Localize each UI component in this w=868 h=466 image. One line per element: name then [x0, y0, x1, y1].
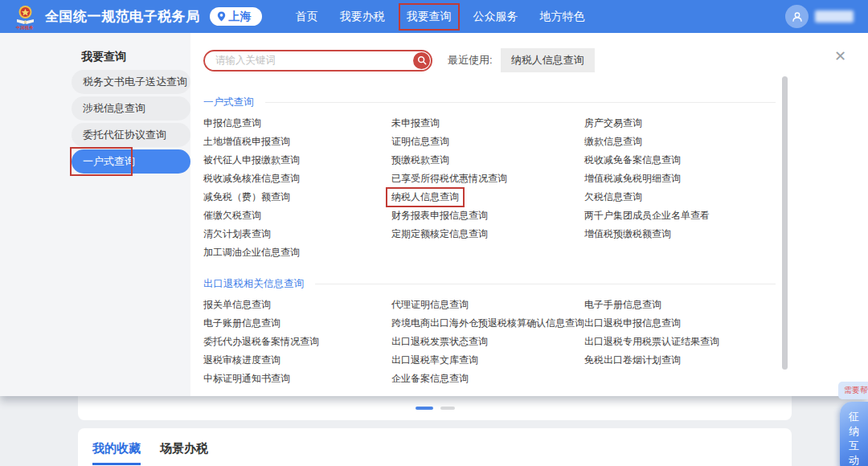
- query-link[interactable]: 电子账册信息查询: [203, 314, 280, 333]
- section-divider: [265, 102, 776, 103]
- query-link[interactable]: 纳税人信息查询: [391, 188, 459, 206]
- query-link[interactable]: 缴款信息查询: [584, 133, 642, 151]
- carousel-pagination-card: [78, 396, 792, 420]
- query-link[interactable]: 申报信息查询: [203, 114, 261, 133]
- search-input[interactable]: [215, 55, 413, 66]
- carousel-dot-active[interactable]: [416, 407, 433, 410]
- favorites-card: 我的收藏 场景办税: [78, 428, 792, 466]
- interact-char: 动: [849, 454, 859, 466]
- tax-bureau-logo: 中国税务: [10, 4, 39, 30]
- query-link[interactable]: 免税出口卷烟计划查询: [584, 351, 681, 370]
- location-label: 上海: [229, 10, 252, 24]
- logo-caption: 中国税务: [16, 25, 34, 30]
- query-link[interactable]: 预缴税款查询: [391, 151, 449, 170]
- link-column: 房产交易查询缴款信息查询税收减免备案信息查询增值税减免税明细查询欠税信息查询两千…: [584, 114, 776, 262]
- national-emblem-icon: [14, 4, 36, 26]
- location-selector[interactable]: 上海: [210, 7, 262, 26]
- section-header: 一户式查询: [203, 95, 776, 109]
- query-link[interactable]: 增值税预缴税额查询: [584, 225, 671, 243]
- query-link[interactable]: 房产交易查询: [584, 114, 642, 133]
- person-icon: [791, 10, 804, 23]
- query-link[interactable]: 代理证明信息查询: [391, 296, 469, 314]
- search-button[interactable]: [413, 52, 430, 69]
- sidebar-item-3[interactable]: 一户式查询: [72, 149, 190, 174]
- query-link[interactable]: 企业备案信息查询: [391, 370, 469, 388]
- tab-scenario-tax[interactable]: 场景办税: [160, 441, 208, 465]
- section-title-0: 一户式查询: [203, 96, 254, 109]
- section-divider: [315, 284, 776, 284]
- query-link[interactable]: 跨境电商出口海外仓预退税核算确认信息查询: [391, 314, 584, 333]
- keyword-search-box: [203, 50, 432, 72]
- query-link[interactable]: 证明信息查询: [391, 133, 449, 151]
- sidebar-item-1[interactable]: 涉税信息查询: [72, 96, 190, 121]
- query-link[interactable]: 定期定额核定信息查询: [391, 225, 488, 243]
- query-link[interactable]: 两千户集团成员企业名单查看: [584, 206, 710, 225]
- main-nav: 首页我要办税我要查询公众服务地方特色: [296, 10, 585, 24]
- favorites-tabs: 我的收藏 场景办税: [92, 441, 792, 465]
- query-link[interactable]: 催缴欠税查询: [203, 206, 261, 225]
- query-link[interactable]: 未申报查询: [391, 114, 440, 133]
- nav-item-2[interactable]: 我要查询: [407, 10, 452, 24]
- query-link[interactable]: 欠税信息查询: [584, 188, 642, 206]
- query-link[interactable]: 出口退税申报信息查询: [584, 314, 681, 333]
- section-header: 出口退税相关信息查询: [203, 276, 776, 291]
- sidebar-title: 我要查询: [81, 50, 126, 64]
- top-header-bar: 中国税务 全国统一规范电子税务局 上海 首页我要办税我要查询公众服务地方特色: [0, 0, 868, 33]
- recently-used-label: 最近使用:: [448, 53, 493, 67]
- search-row: 最近使用: 纳税人信息查询: [203, 48, 595, 72]
- interact-char: 纳: [849, 425, 859, 438]
- query-link[interactable]: 税收减免核准信息查询: [203, 170, 300, 188]
- query-link[interactable]: 退税审核进度查询: [203, 351, 280, 370]
- interact-char: 互: [849, 439, 859, 452]
- nav-item-4[interactable]: 地方特色: [540, 10, 585, 24]
- query-link[interactable]: 被代征人申报缴款查询: [203, 151, 300, 170]
- link-column: 未申报查询证明信息查询预缴税款查询已享受所得税优惠情况查询纳税人信息查询财务报表…: [391, 114, 584, 262]
- query-sections: 一户式查询申报信息查询土地增值税申报查询被代征人申报缴款查询税收减免核准信息查询…: [203, 88, 776, 388]
- location-pin-icon: [217, 11, 226, 22]
- query-link[interactable]: 增值税减免税明细查询: [584, 170, 681, 188]
- search-icon: [417, 55, 427, 65]
- link-column: 报关单信息查询电子账册信息查询委托代办退税备案情况查询退税审核进度查询中标证明通…: [203, 296, 391, 388]
- carousel-dot[interactable]: [440, 407, 455, 410]
- close-icon[interactable]: ✕: [834, 49, 846, 63]
- menu-content: 最近使用: 纳税人信息查询 ✕ 一户式查询申报信息查询土地增值税申报查询被代征人…: [190, 33, 868, 396]
- query-link[interactable]: 土地增值税申报查询: [203, 133, 290, 151]
- link-column: 申报信息查询土地增值税申报查询被代征人申报缴款查询税收减免核准信息查询减免税（费…: [203, 114, 391, 262]
- section-title-1: 出口退税相关信息查询: [203, 277, 304, 291]
- query-link[interactable]: 已享受所得税优惠情况查询: [391, 170, 507, 188]
- query-link[interactable]: 出口退税发票状态查询: [391, 333, 488, 351]
- query-link[interactable]: 委托代办退税备案情况查询: [203, 333, 319, 351]
- query-link[interactable]: 出口退税专用税票认证结果查询: [584, 333, 719, 351]
- query-link[interactable]: 减免税（费）额查询: [203, 188, 290, 206]
- tab-my-favorites[interactable]: 我的收藏: [92, 441, 141, 465]
- link-column: 代理证明信息查询跨境电商出口海外仓预退税核算确认信息查询出口退税发票状态查询出口…: [391, 296, 584, 388]
- query-link[interactable]: 出口退税率文库查询: [391, 351, 478, 370]
- query-mega-menu: 我要查询 税务文书电子送达查询涉税信息查询委托代征协议查询一户式查询 最近使用:…: [0, 33, 868, 396]
- nav-item-0[interactable]: 首页: [296, 10, 318, 24]
- query-link[interactable]: 税收减免备案信息查询: [584, 151, 681, 170]
- query-link[interactable]: 中标证明通知书查询: [203, 370, 290, 388]
- nav-item-1[interactable]: 我要办税: [340, 10, 385, 24]
- link-column: 电子手册信息查询出口退税申报信息查询出口退税专用税票认证结果查询免税出口卷烟计划…: [584, 296, 776, 388]
- query-link[interactable]: 电子手册信息查询: [584, 296, 661, 314]
- menu-scrollbar-thumb[interactable]: [782, 76, 788, 370]
- sidebar-item-2[interactable]: 委托代征协议查询: [72, 123, 190, 147]
- user-avatar[interactable]: [785, 5, 809, 28]
- section-columns: 报关单信息查询电子账册信息查询委托代办退税备案情况查询退税审核进度查询中标证明通…: [203, 296, 776, 388]
- tax-interaction-button[interactable]: 征纳互动: [840, 402, 868, 466]
- user-area: [785, 5, 854, 28]
- recently-used-chip[interactable]: 纳税人信息查询: [501, 48, 595, 72]
- user-name-redacted[interactable]: [815, 10, 854, 22]
- site-title: 全国统一规范电子税务局: [45, 7, 200, 26]
- interact-char: 征: [849, 411, 859, 423]
- nav-item-3[interactable]: 公众服务: [473, 10, 518, 24]
- query-link[interactable]: 财务报表申报信息查询: [391, 206, 488, 225]
- query-link[interactable]: 报关单信息查询: [203, 296, 271, 314]
- query-link[interactable]: 清欠计划表查询: [203, 225, 271, 243]
- menu-sidebar: 我要查询 税务文书电子送达查询涉税信息查询委托代征协议查询一户式查询: [0, 33, 190, 396]
- sidebar-item-0[interactable]: 税务文书电子送达查询: [72, 70, 190, 94]
- section-columns: 申报信息查询土地增值税申报查询被代征人申报缴款查询税收减免核准信息查询减免税（费…: [203, 114, 776, 262]
- need-help-chip[interactable]: 需要帮: [838, 382, 868, 399]
- query-link[interactable]: 加工调油企业信息查询: [203, 243, 300, 262]
